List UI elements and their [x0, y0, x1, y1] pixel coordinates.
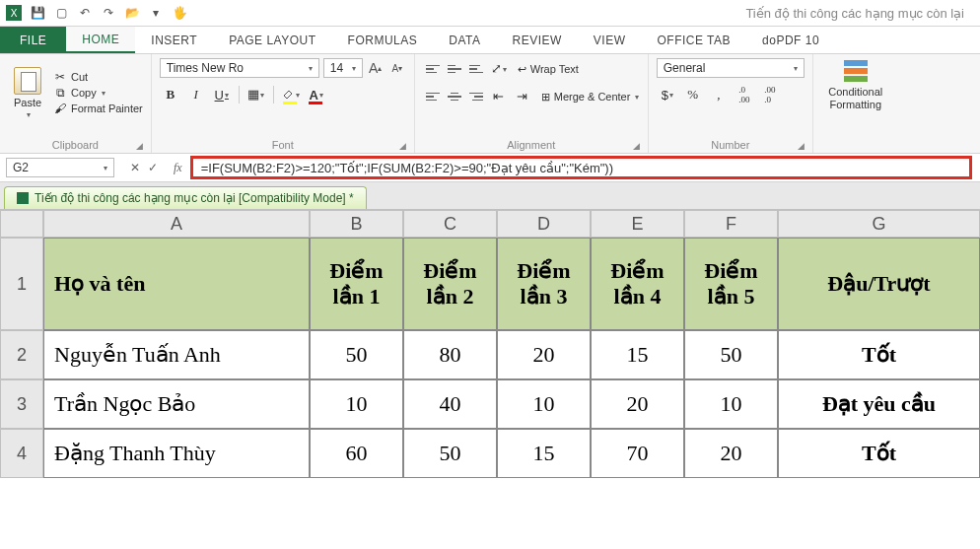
grow-font-button[interactable]: A▴ [367, 58, 385, 78]
row-header-3[interactable]: 3 [0, 379, 43, 429]
wrap-text-button[interactable]: ↩Wrap Text [518, 63, 579, 76]
cell-e3[interactable]: 20 [591, 379, 684, 429]
tab-file[interactable]: FILE [0, 27, 66, 53]
name-box[interactable]: G2▾ [6, 158, 114, 177]
dialog-launcher-icon[interactable]: ◢ [633, 141, 640, 151]
row-header-2[interactable]: 2 [0, 330, 43, 379]
select-all-corner[interactable] [0, 210, 43, 238]
align-bottom-button[interactable] [466, 59, 486, 79]
cell-f2[interactable]: 50 [684, 330, 778, 379]
undo-icon[interactable]: ↶ [77, 5, 93, 21]
col-header-f[interactable]: F [684, 210, 778, 238]
copy-button[interactable]: ⧉Copy▾ [53, 86, 143, 100]
tab-view[interactable]: VIEW [578, 27, 642, 53]
tab-dopdf[interactable]: doPDF 10 [746, 27, 835, 53]
font-name-select[interactable]: Times New Ro▾ [160, 58, 319, 78]
cell-d3[interactable]: 10 [497, 379, 591, 429]
cell-a2[interactable]: Nguyễn Tuấn Anh [43, 330, 310, 379]
cell-c1[interactable]: Điểm lần 2 [403, 238, 497, 330]
align-right-button[interactable] [466, 87, 486, 106]
cell-f1[interactable]: Điểm lần 5 [684, 238, 778, 330]
tab-review[interactable]: REVIEW [496, 27, 577, 53]
cell-e4[interactable]: 70 [591, 429, 684, 478]
cell-c2[interactable]: 80 [403, 330, 497, 379]
cut-button[interactable]: ✂Cut [53, 70, 143, 84]
percent-button[interactable]: % [682, 84, 704, 105]
decrease-indent-button[interactable]: ⇤ [488, 86, 510, 107]
touch-icon[interactable]: 🖐 [172, 5, 187, 21]
cell-f4[interactable]: 20 [684, 429, 778, 478]
qat-more-icon[interactable]: ▾ [148, 5, 164, 21]
formula-bar[interactable]: =IF(SUM(B2:F2)>=120;"Tốt";IF(SUM(B2:F2)>… [190, 156, 972, 179]
cell-g2[interactable]: Tốt [778, 330, 980, 379]
new-icon[interactable]: ▢ [53, 5, 69, 21]
tab-home[interactable]: HOME [66, 27, 135, 53]
dialog-launcher-icon[interactable]: ◢ [399, 141, 406, 151]
font-size-select[interactable]: 14▾ [323, 58, 363, 78]
font-color-button[interactable]: A▾ [306, 84, 327, 105]
redo-icon[interactable]: ↷ [101, 5, 116, 21]
cell-d4[interactable]: 15 [497, 429, 591, 478]
bold-button[interactable]: B [160, 84, 181, 105]
document-tab-bar: Tiến độ thi công các hạng mục còn lại [C… [0, 182, 980, 210]
conditional-formatting-button[interactable]: Conditional Formatting [821, 58, 890, 111]
cell-g3[interactable]: Đạt yêu cầu [778, 379, 980, 429]
cell-e1[interactable]: Điểm lần 4 [591, 238, 684, 330]
align-top-button[interactable] [423, 59, 443, 79]
tab-insert[interactable]: INSERT [135, 27, 213, 53]
cancel-formula-icon[interactable]: ✕ [130, 161, 140, 174]
col-header-b[interactable]: B [310, 210, 403, 238]
cell-b2[interactable]: 50 [310, 330, 403, 379]
tab-data[interactable]: DATA [433, 27, 496, 53]
cell-b3[interactable]: 10 [310, 379, 403, 429]
cell-g1[interactable]: Đậu/Trượt [778, 238, 980, 330]
dialog-launcher-icon[interactable]: ◢ [798, 141, 805, 151]
col-header-a[interactable]: A [43, 210, 310, 238]
cell-b4[interactable]: 60 [310, 429, 403, 478]
cell-g4[interactable]: Tốt [778, 429, 980, 478]
col-header-g[interactable]: G [778, 210, 980, 238]
tab-formulas[interactable]: FORMULAS [332, 27, 434, 53]
cell-a4[interactable]: Đặng Thanh Thùy [43, 429, 310, 478]
fill-color-button[interactable]: ▾ [280, 84, 302, 105]
italic-button[interactable]: I [185, 84, 207, 105]
cell-c4[interactable]: 50 [403, 429, 497, 478]
decrease-decimal-button[interactable]: .00.0 [759, 84, 781, 105]
currency-button[interactable]: $▾ [657, 84, 678, 105]
align-left-button[interactable] [423, 87, 443, 106]
fx-icon[interactable]: fx [168, 161, 188, 175]
row-header-4[interactable]: 4 [0, 429, 43, 478]
cell-e2[interactable]: 15 [591, 330, 684, 379]
tab-page-layout[interactable]: PAGE LAYOUT [213, 27, 331, 53]
document-tab[interactable]: Tiến độ thi công các hạng mục còn lại [C… [4, 186, 367, 209]
enter-formula-icon[interactable]: ✓ [148, 161, 158, 174]
borders-button[interactable]: ▦▾ [245, 84, 267, 105]
comma-button[interactable]: , [708, 84, 730, 105]
orientation-button[interactable]: ⤢▾ [488, 58, 510, 80]
format-painter-button[interactable]: 🖌Format Painter [53, 102, 143, 115]
increase-indent-button[interactable]: ⇥ [512, 86, 533, 107]
col-header-c[interactable]: C [403, 210, 497, 238]
shrink-font-button[interactable]: A▾ [388, 58, 406, 78]
cell-a3[interactable]: Trần Ngọc Bảo [43, 379, 310, 429]
increase-decimal-button[interactable]: .0.00 [734, 84, 755, 105]
dialog-launcher-icon[interactable]: ◢ [136, 141, 143, 151]
align-middle-button[interactable] [445, 59, 464, 79]
cell-a1[interactable]: Họ và tên [43, 238, 310, 330]
merge-center-button[interactable]: ⊞Merge & Center▾ [541, 91, 640, 103]
cell-f3[interactable]: 10 [684, 379, 778, 429]
paste-button[interactable]: Paste ▾ [8, 58, 47, 127]
col-header-e[interactable]: E [591, 210, 684, 238]
align-center-button[interactable] [445, 87, 464, 106]
number-format-select[interactable]: General▾ [657, 58, 805, 78]
col-header-d[interactable]: D [497, 210, 591, 238]
underline-button[interactable]: U▾ [211, 84, 233, 105]
save-icon[interactable]: 💾 [30, 5, 45, 21]
open-icon[interactable]: 📂 [124, 5, 140, 21]
cell-d2[interactable]: 20 [497, 330, 591, 379]
cell-d1[interactable]: Điểm lần 3 [497, 238, 591, 330]
cell-b1[interactable]: Điểm lần 1 [310, 238, 403, 330]
row-header-1[interactable]: 1 [0, 238, 43, 330]
cell-c3[interactable]: 40 [403, 379, 497, 429]
tab-office-tab[interactable]: OFFICE TAB [642, 27, 747, 53]
